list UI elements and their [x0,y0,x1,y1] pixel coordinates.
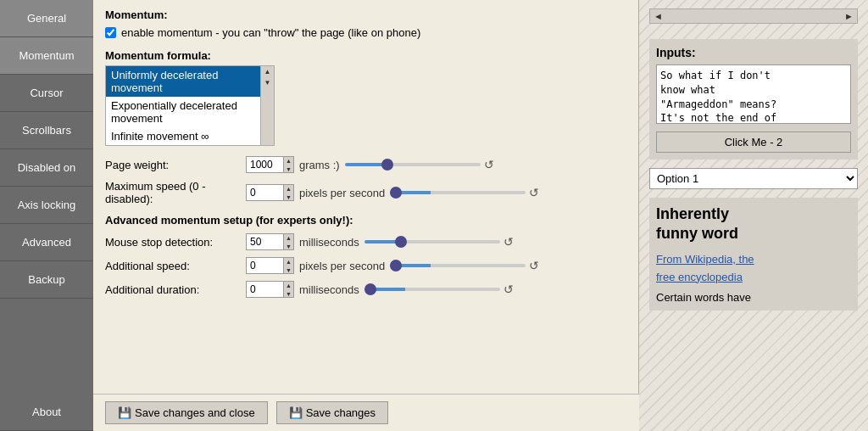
option-dropdown[interactable]: Option 1 Option 2 Option 3 [649,168,858,189]
max-speed-label: Maximum speed (0 - disabled): [105,180,241,205]
add-duration-slider-container: ↺ [364,283,514,296]
add-duration-label: Additional duration: [105,283,241,296]
save-button[interactable]: 💾 Save changes [276,401,388,424]
add-duration-down[interactable]: ▼ [284,290,293,299]
scroll-up-icon[interactable]: ▲ [263,66,273,77]
add-duration-slider[interactable] [364,288,500,291]
mouse-stop-slider[interactable] [364,240,500,243]
mouse-stop-label: Mouse stop detection: [105,236,241,249]
max-speed-reset[interactable]: ↺ [529,186,539,199]
add-duration-spinner[interactable]: ▲ ▼ [246,281,294,298]
momentum-title: Momentum: [105,8,626,21]
enable-momentum-label: enable momentum - you can "throw" the pa… [121,26,420,39]
max-speed-unit: pixels per second [299,187,385,199]
sidebar-item-advanced[interactable]: Advanced [0,224,93,261]
formula-option-1[interactable]: Exponentially decelerated movement [106,97,274,127]
save-close-icon: 💾 [118,406,131,419]
sidebar-item-momentum[interactable]: Momentum [0,37,93,75]
add-speed-row: Additional speed: ▲ ▼ pixels per second … [105,257,626,274]
save-close-label: Save changes and close [135,406,255,419]
sidebar-item-scrollbars[interactable]: Scrollbars [0,112,93,149]
mouse-stop-slider-container: ↺ [364,235,514,249]
add-speed-slider-container: ↺ [390,259,539,272]
mouse-stop-spinner[interactable]: ▲ ▼ [246,233,294,250]
add-duration-unit: milliseconds [299,283,359,296]
page-weight-slider-container: ↺ [345,158,494,171]
add-duration-arrows: ▲ ▼ [284,281,294,298]
max-speed-slider-container: ↺ [390,186,539,199]
formula-title: Momentum formula: [105,49,626,62]
mouse-stop-down[interactable]: ▼ [284,243,293,251]
page-weight-label: Page weight: [105,159,241,171]
add-duration-reset[interactable]: ↺ [504,283,514,296]
mouse-stop-up[interactable]: ▲ [284,234,293,243]
add-duration-row: Additional duration: ▲ ▼ milliseconds ↺ [105,281,626,298]
sidebar: General Momentum Cursor Scrollbars Disab… [0,0,93,431]
inputs-title: Inputs: [656,46,851,59]
add-duration-input[interactable] [246,281,284,298]
max-speed-up[interactable]: ▲ [284,185,293,193]
scroll-right-icon[interactable]: ► [844,11,854,21]
sidebar-item-axis-locking[interactable]: Axis locking [0,187,93,224]
max-speed-arrows: ▲ ▼ [284,184,294,201]
advanced-title: Advanced momentum setup (for experts onl… [105,214,626,227]
save-label: Save changes [306,406,376,419]
sidebar-item-cursor[interactable]: Cursor [0,75,93,112]
add-speed-label: Additional speed: [105,260,241,272]
main-content: Momentum: enable momentum - you can "thr… [93,0,639,431]
page-weight-slider[interactable] [345,163,481,166]
max-speed-input[interactable] [246,184,284,201]
sidebar-item-general[interactable]: General [0,0,93,37]
page-weight-reset[interactable]: ↺ [484,158,494,171]
add-speed-unit: pixels per second [299,260,385,272]
add-speed-down[interactable]: ▼ [284,266,293,275]
enable-momentum-checkbox[interactable] [105,27,116,38]
page-weight-arrows: ▲ ▼ [284,156,294,173]
enable-momentum-row: enable momentum - you can "throw" the pa… [105,26,626,39]
formula-dropdown[interactable]: Uniformly decelerated movement Exponenti… [105,65,275,146]
mouse-stop-input[interactable] [246,233,284,250]
funny-word-section: Inherently funny word From Wikipedia, th… [649,198,858,311]
scroll-controls: ◄ ► [649,8,858,24]
max-speed-spinner[interactable]: ▲ ▼ [246,184,294,201]
formula-option-0[interactable]: Uniformly decelerated movement [106,66,274,97]
sidebar-item-disabled-on[interactable]: Disabled on [0,149,93,187]
page-weight-up[interactable]: ▲ [284,157,293,165]
scroll-down-icon[interactable]: ▼ [263,77,273,88]
add-speed-arrows: ▲ ▼ [284,257,294,274]
bottom-bar: 💾 Save changes and close 💾 Save changes [93,394,639,431]
add-duration-up[interactable]: ▲ [284,282,293,290]
max-speed-slider[interactable] [390,191,526,194]
wiki-link[interactable]: From Wikipedia, the free encyclopedia [656,251,851,287]
inputs-textarea[interactable]: So what if I don't know what "Armageddon… [656,64,851,124]
mouse-stop-reset[interactable]: ↺ [504,235,514,249]
mouse-stop-unit: milliseconds [299,236,359,249]
sidebar-item-about[interactable]: About [0,394,93,431]
click-me-button[interactable]: Click Me - 2 [656,132,851,153]
add-speed-input[interactable] [246,257,284,274]
inputs-section: Inputs: So what if I don't know what "Ar… [649,39,858,160]
add-speed-reset[interactable]: ↺ [529,259,539,272]
dropdown-scrollbar[interactable]: ▲ ▼ [260,66,274,145]
mouse-stop-row: Mouse stop detection: ▲ ▼ milliseconds ↺ [105,233,626,250]
save-close-button[interactable]: 💾 Save changes and close [105,401,268,424]
add-speed-spinner[interactable]: ▲ ▼ [246,257,294,274]
scroll-left-icon[interactable]: ◄ [654,11,663,21]
right-panel: ◄ ► Inputs: So what if I don't know what… [639,0,868,431]
add-speed-up[interactable]: ▲ [284,258,293,266]
mouse-stop-arrows: ▲ ▼ [284,233,294,250]
sidebar-item-backup[interactable]: Backup [0,261,93,299]
save-icon: 💾 [289,406,303,419]
page-weight-spinner[interactable]: ▲ ▼ [246,156,294,173]
max-speed-row: Maximum speed (0 - disabled): ▲ ▼ pixels… [105,180,626,205]
max-speed-down[interactable]: ▼ [284,193,293,202]
page-weight-unit: grams :) [299,159,340,171]
add-speed-slider[interactable] [390,264,526,267]
certain-words-text: Certain words have [656,291,851,304]
formula-option-2[interactable]: Infinite movement ∞ [106,127,274,145]
page-weight-down[interactable]: ▼ [284,165,293,174]
page-weight-row: Page weight: ▲ ▼ grams :) ↺ [105,156,626,173]
funny-word-title: Inherently funny word [656,204,851,244]
page-weight-input[interactable] [246,156,284,173]
